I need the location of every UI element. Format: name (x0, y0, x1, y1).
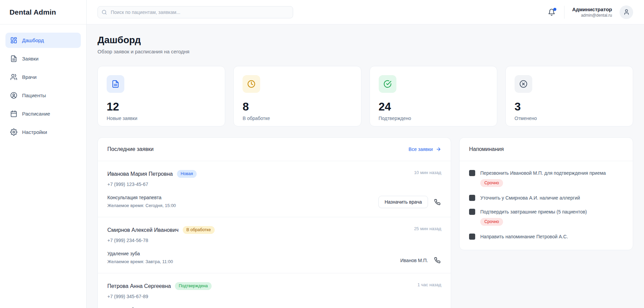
stat-card-in-progress: 8 В обработке (233, 66, 361, 126)
user-email: admin@dental.ru (572, 13, 612, 18)
panels-row: Последние заявки Все заявки Иванова (97, 137, 633, 308)
stat-card-new: 12 Новые заявки (97, 66, 225, 126)
topbar: Администратор admin@dental.ru (87, 0, 644, 24)
stat-value: 24 (379, 101, 488, 112)
reminder-checkbox[interactable] (469, 209, 475, 215)
file-text-icon (107, 75, 124, 93)
sidebar-item-label: Настройки (22, 129, 47, 135)
status-badge: Подтверждена (175, 282, 212, 290)
time-ago: 1 час назад (417, 282, 441, 287)
request-info: Иванова Мария Петровна Новая +7 (999) 12… (107, 170, 197, 208)
time-ago: 25 мин назад (414, 226, 441, 231)
page-title: Дашборд (97, 35, 633, 46)
stat-value: 12 (107, 101, 216, 112)
all-requests-link-label: Все заявки (409, 147, 433, 152)
main-column: Администратор admin@dental.ru Дашборд Об… (87, 0, 644, 308)
phone-icon (434, 199, 441, 205)
patient-phone: +7 (999) 234-56-78 (107, 238, 215, 243)
service-name: Консультация терапевта (107, 195, 197, 200)
sidebar-item-requests[interactable]: Заявки (5, 51, 81, 66)
reminder-item: Перезвонить Ивановой М.П. для подтвержде… (469, 170, 623, 187)
sidebar-item-patients[interactable]: Пациенты (5, 88, 81, 103)
assigned-doctor: Иванов М.П. (400, 258, 428, 263)
calendar-icon (10, 110, 17, 117)
sidebar-item-label: Дашборд (22, 37, 44, 43)
user-icon (623, 9, 630, 15)
request-side: 25 мин назад Иванов М.П. (400, 226, 441, 264)
patient-phone: +7 (999) 345-67-89 (107, 294, 212, 299)
all-requests-link[interactable]: Все заявки (409, 147, 441, 152)
reminder-item: Направить напоминание Петровой А.С. (469, 234, 623, 240)
stat-label: Подтверждено (379, 116, 488, 121)
time-ago: 10 мин назад (414, 170, 441, 175)
file-text-icon (10, 55, 17, 62)
urgent-badge: Срочно (480, 218, 503, 226)
desired-time: Желаемое время: Завтра, 11:00 (107, 259, 215, 264)
page-subtitle: Обзор заявок и расписания на сегодня (97, 49, 633, 54)
reminders-panel-header: Напоминания (460, 138, 633, 161)
status-badge: В обработке (183, 226, 215, 234)
stat-value: 3 (515, 101, 624, 112)
request-side: 10 мин назад Назначить врача (378, 170, 441, 208)
app-root: Dental Admin Дашборд Заявки Врачи (0, 0, 644, 308)
avatar[interactable] (620, 5, 633, 19)
sidebar-item-dashboard[interactable]: Дашборд (5, 33, 81, 48)
call-button[interactable] (433, 256, 441, 264)
phone-icon (434, 257, 441, 263)
x-circle-icon (515, 75, 532, 93)
main-content: Дашборд Обзор заявок и расписания на сег… (87, 24, 644, 308)
recent-requests-panel: Последние заявки Все заявки Иванова (97, 137, 451, 308)
sidebar-item-doctors[interactable]: Врачи (5, 69, 81, 85)
search-input[interactable] (97, 6, 293, 18)
stat-card-cancelled: 3 Отменено (505, 66, 633, 126)
user-circle-icon (10, 92, 17, 99)
request-info: Смирнов Алексей Иванович В обработке +7 … (107, 226, 215, 264)
logo-block: Dental Admin (0, 0, 86, 24)
assign-doctor-button[interactable]: Назначить врача (378, 196, 428, 208)
reminder-item: Подтвердить завтрашние приемы (5 пациент… (469, 209, 623, 226)
clock-icon (243, 75, 260, 93)
stats-row: 12 Новые заявки 8 В обработке 24 Подтвер… (97, 66, 633, 126)
check-circle-icon (379, 75, 396, 93)
stat-card-confirmed: 24 Подтверждено (370, 66, 497, 126)
search-box (97, 6, 293, 18)
request-row: Иванова Мария Петровна Новая +7 (999) 12… (98, 161, 451, 217)
stat-label: Отменено (515, 116, 624, 121)
request-row: Петрова Анна Сергеевна Подтверждена +7 (… (98, 273, 451, 308)
patient-phone: +7 (999) 123-45-67 (107, 182, 197, 187)
reminders-list: Перезвонить Ивановой М.П. для подтвержде… (460, 161, 633, 250)
user-name: Администратор (572, 6, 612, 12)
gear-icon (10, 129, 17, 136)
sidebar-nav: Дашборд Заявки Врачи Пациенты (0, 24, 86, 148)
dashboard-grid-icon (10, 37, 17, 44)
sidebar-item-schedule[interactable]: Расписание (5, 106, 81, 121)
requests-panel-title: Последние заявки (107, 146, 154, 152)
sidebar-item-settings[interactable]: Настройки (5, 124, 81, 140)
requests-panel-header: Последние заявки Все заявки (98, 138, 451, 161)
topbar-divider (564, 6, 565, 19)
sidebar-item-label: Заявки (22, 56, 38, 62)
topbar-right: Администратор admin@dental.ru (547, 5, 633, 19)
sidebar-item-label: Расписание (22, 111, 50, 117)
reminder-checkbox[interactable] (469, 234, 475, 240)
reminder-checkbox[interactable] (469, 195, 475, 201)
reminder-text: Подтвердить завтрашние приемы (5 пациент… (480, 209, 587, 215)
reminder-text: Уточнить у Смирнова А.И. наличие аллерги… (480, 195, 580, 201)
reminder-text: Направить напоминание Петровой А.С. (480, 234, 568, 239)
notifications-button[interactable] (547, 7, 557, 17)
call-button[interactable] (433, 198, 441, 206)
sidebar-item-label: Врачи (22, 74, 37, 80)
patient-name: Петрова Анна Сергеевна (107, 283, 171, 289)
stat-label: В обработке (243, 116, 352, 121)
status-badge: Новая (177, 170, 197, 178)
reminder-item: Уточнить у Смирнова А.И. наличие аллерги… (469, 195, 623, 201)
request-info: Петрова Анна Сергеевна Подтверждена +7 (… (107, 282, 212, 308)
stat-value: 8 (243, 101, 352, 112)
app-logo-title: Dental Admin (10, 8, 56, 16)
reminder-checkbox[interactable] (469, 170, 475, 176)
urgent-badge: Срочно (480, 179, 503, 187)
request-row: Смирнов Алексей Иванович В обработке +7 … (98, 217, 451, 273)
arrow-right-icon (436, 147, 441, 152)
user-info: Администратор admin@dental.ru (572, 6, 612, 18)
stat-label: Новые заявки (107, 116, 216, 121)
